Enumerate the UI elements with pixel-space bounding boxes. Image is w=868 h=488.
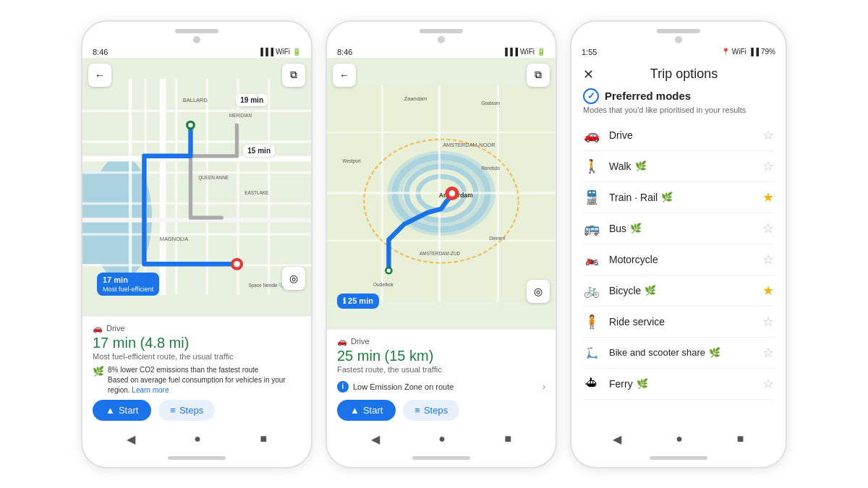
ferry-mode-name: Ferry 🌿 [609,378,754,390]
battery-3: 79% [761,48,775,56]
info-icon: i [337,381,349,393]
walk-star[interactable]: ☆ [762,158,774,174]
compass-icon: ◎ [289,273,298,284]
route-desc: Most fuel-efficient route, the usual tra… [93,352,301,361]
learn-more-link[interactable]: Learn more [132,386,169,394]
svg-text:MAGNOLIA: MAGNOLIA [160,236,188,242]
phone-2-wifi: WiFi [520,48,535,56]
close-button[interactable]: ✕ [583,67,594,82]
phone-1-map: BALLARD MERIDIAN QUEEN ANNE EASTLAKE MAG… [82,58,311,316]
map-back-button[interactable]: ← [88,64,111,87]
action-buttons: ▲ Start ≡ Steps [93,400,301,421]
back-arrow-icon: ← [95,69,105,81]
start-button[interactable]: ▲ Start [93,400,151,421]
map-compass-button[interactable]: ◎ [282,267,305,290]
mode-row-ferry: ⛴ Ferry 🌿 ☆ [583,369,774,400]
nav-recent-2-button[interactable]: ■ [505,432,512,445]
walk-mode-icon: 🚶 [583,158,600,174]
main-route-badge: 17 min Most fuel-efficient [97,273,159,296]
svg-text:EASTLAKE: EASTLAKE [244,190,268,195]
phone-2-nav-bar: ◀ ● ■ [327,427,556,450]
svg-text:MERIDIAN: MERIDIAN [229,113,252,118]
ride-service-mode-name: Ride service [609,316,754,328]
phone-2-info-panel: 🚗 Drive 25 min (15 km) Fastest route, th… [327,329,556,427]
svg-point-53 [387,268,391,272]
ride-service-star[interactable]: ☆ [762,314,774,330]
ferry-mode-icon: ⛴ [583,376,600,391]
phone-2-battery: 🔋 [537,48,545,56]
nav-back-3-button[interactable]: ◀ [613,432,621,446]
mode-row-bus: 🚌 Bus 🌿 ☆ [583,213,774,244]
nav-recent-3-button[interactable]: ■ [737,432,744,445]
map-2-layers-button[interactable]: ⧉ [527,64,550,87]
svg-text:Space Needle 🔍: Space Needle 🔍 [249,283,285,288]
bicycle-star[interactable]: ★ [762,283,774,299]
nav-back-button[interactable]: ◀ [127,432,135,446]
steps-button-2[interactable]: ≡ Steps [403,400,459,421]
bus-star[interactable]: ☆ [762,221,774,236]
phone-2-time: 8:46 [337,48,352,56]
phone-2-speaker [420,29,463,33]
svg-text:Randsdo: Randsdo [482,166,501,171]
preferred-modes-subtext: Modes that you'd like prioritised in you… [583,106,774,114]
bike-scooter-mode-icon: 🛴 [583,347,600,359]
svg-point-27 [234,260,240,267]
steps-icon: ≡ [170,405,176,416]
time-badge-15: 15 min [243,145,275,157]
svg-rect-39 [327,239,556,241]
layers-icon: ⧉ [290,69,297,81]
nav-home-button[interactable]: ● [194,432,201,445]
eco-info: 🌿 8% lower CO2 emissions than the fastes… [93,365,301,395]
walk-mode-name: Walk 🌿 [609,160,754,172]
svg-point-51 [449,190,456,197]
start-button-2[interactable]: ▲ Start [337,400,396,421]
nav-recent-button[interactable]: ■ [260,432,268,445]
main-route-badge-2: ℹ 25 min [337,294,379,309]
phone-3-camera [675,36,682,43]
walk-leaf: 🌿 [635,160,647,171]
bike-scooter-star[interactable]: ☆ [762,345,774,361]
phone-2: 8:46 ▐▐▐ WiFi 🔋 [326,20,557,468]
phone-2-map-svg: Zaandam Goatasm Westport AMSTERDAM-NOOR … [327,58,556,329]
phone-3-nav-bar: ◀ ● ■ [571,427,786,450]
svg-point-25 [188,122,192,127]
map-2-back-button[interactable]: ← [333,64,356,87]
phone-2-bottom-bar [412,456,470,460]
phone-1-nav-bar: ◀ ● ■ [82,427,311,450]
motorcycle-star[interactable]: ☆ [762,252,774,267]
train-star[interactable]: ★ [762,189,774,205]
steps-button[interactable]: ≡ Steps [158,400,215,421]
mode-row-bicycle: 🚲 Bicycle 🌿 ★ [583,275,774,307]
svg-text:AMSTERDAM-ZUD: AMSTERDAM-ZUD [420,250,460,255]
bike-scooter-leaf: 🌿 [709,347,720,358]
nav-home-2-button[interactable]: ● [438,432,446,445]
ferry-star[interactable]: ☆ [762,376,774,392]
svg-text:QUEEN ANNE: QUEEN ANNE [198,174,229,180]
drive-star[interactable]: ☆ [762,127,774,143]
phone-1-wifi: WiFi [276,48,290,56]
phone-2-content: 8:46 ▐▐▐ WiFi 🔋 [327,45,556,427]
chevron-right-icon: › [542,382,545,392]
nav-home-3-button[interactable]: ● [676,432,683,445]
svg-text:Westport: Westport [342,158,361,163]
phone-1-time: 8:46 [93,48,108,56]
svg-text:Zaandam: Zaandam [404,95,427,102]
mode-row-walk: 🚶 Walk 🌿 ☆ [583,151,774,182]
preferred-modes-section: ✓ Preferred modes Modes that you'd like … [583,88,774,406]
time-badge-19: 19 min [236,94,268,106]
phone-3-speaker [657,29,700,33]
phone-3-bottom-bar [650,456,707,460]
nav-back-2-button[interactable]: ◀ [371,432,380,446]
drive-label: 🚗 Drive [93,324,301,333]
svg-text:AMSTERDAM-NOOR: AMSTERDAM-NOOR [443,142,495,148]
map-layers-button[interactable]: ⧉ [282,64,305,87]
preferred-modes-heading: ✓ Preferred modes [583,88,774,104]
svg-text:Ouderkok: Ouderkok [373,281,394,286]
phone-1-info-panel: 🚗 Drive 17 min (4.8 mi) Most fuel-effici… [82,316,311,427]
phone-1-content: 8:46 ▐▐▐ WiFi 🔋 [82,45,311,427]
motorcycle-mode-name: Motorcycle [609,254,754,265]
phone-3: 1:55 📍 WiFi ▐▐ 79% ✕ Trip options ✓ Pref… [570,20,787,468]
map-2-compass-button[interactable]: ◎ [527,280,550,303]
train-leaf: 🌿 [661,192,673,202]
svg-rect-10 [82,140,311,142]
